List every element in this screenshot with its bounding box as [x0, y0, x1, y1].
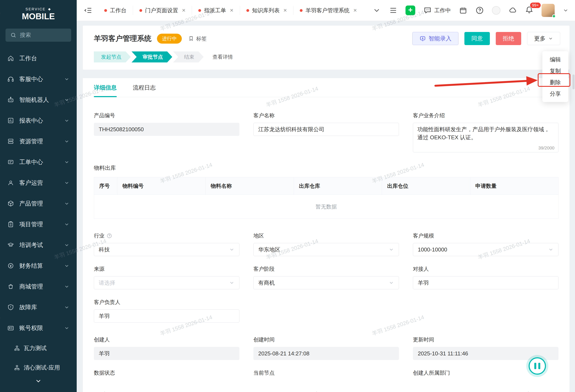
sidebar-item-customer-ops[interactable]: 客户运营	[0, 173, 77, 193]
sidebar-item-test-wali[interactable]: 瓦力测试	[0, 338, 77, 358]
tab-dot	[300, 9, 303, 12]
sidebar-item-training[interactable]: 培训考试	[0, 235, 77, 256]
more-dropdown-menu: 编辑 复制 删除 分享	[542, 51, 568, 102]
menu-item-delete[interactable]: 删除	[542, 77, 568, 88]
sidebar-item-products[interactable]: 产品管理	[0, 193, 77, 214]
sidebar-item-resources[interactable]: 资源管理	[0, 131, 77, 152]
help-icon[interactable]	[476, 6, 484, 15]
search-input[interactable]	[20, 32, 67, 38]
customer-name-input[interactable]	[258, 126, 394, 133]
sidebar-item-projects[interactable]: 项目管理	[0, 214, 77, 235]
sidebar-item-mall[interactable]: 商城管理	[0, 276, 77, 297]
user-avatar[interactable]	[542, 4, 555, 17]
sidebar-search[interactable]	[5, 29, 71, 42]
view-detail-link[interactable]: 查看详情	[213, 54, 233, 60]
more-button[interactable]: 更多	[527, 32, 560, 45]
stage-select[interactable]: 有商机	[253, 276, 399, 289]
sidebar-item-faults[interactable]: 故障库	[0, 297, 77, 318]
sidebar-item-accounts[interactable]: 账号权限	[0, 318, 77, 338]
chevron-down-icon	[64, 242, 70, 248]
contact-input[interactable]	[418, 280, 554, 286]
tab-dot	[198, 9, 201, 12]
cube-icon	[7, 200, 14, 207]
tag-button[interactable]: 标签	[188, 35, 207, 42]
add-button[interactable]: +	[406, 5, 415, 15]
workflow-steps: 发起节点 审批节点 结束 查看详情	[94, 51, 560, 63]
org-tree-icon	[14, 365, 20, 371]
main-area: 工作台 门户页面设置 × 指派工单 × 知识库列表	[77, 0, 575, 392]
collapse-sidebar-icon[interactable]	[84, 6, 92, 15]
tab-portal-settings[interactable]: 门户页面设置 ×	[133, 0, 192, 21]
step-start: 发起节点	[94, 51, 131, 63]
char-counter: 39/2000	[538, 145, 554, 151]
notifications[interactable]: 99+	[525, 5, 533, 16]
shield-icon	[7, 304, 14, 311]
sidebar-nav: 工作台 客服中心 智能机器人 报表中心 资源管理	[0, 48, 77, 392]
database-icon	[7, 138, 14, 145]
calendar-icon[interactable]	[459, 6, 467, 15]
tab-label: 羊羽客户管理系统	[306, 7, 350, 14]
region-select[interactable]: 华东地区	[253, 243, 399, 256]
work-status[interactable]: 工作中	[423, 6, 451, 15]
chevron-down-icon	[64, 201, 70, 206]
chevron-down-icon	[64, 139, 70, 144]
tab-dot	[139, 9, 142, 12]
field-source: 来源 请选择	[94, 265, 240, 289]
pause-button[interactable]	[526, 355, 548, 377]
sidebar-item-label: 故障库	[19, 303, 37, 311]
menu-item-edit[interactable]: 编辑	[542, 54, 568, 65]
profile-caret-icon[interactable]	[563, 7, 569, 13]
smart-entry-button[interactable]: 智能录入	[412, 32, 458, 45]
chevron-down-icon	[64, 76, 70, 82]
business-intro-textarea[interactable]: 功能性面料研发生产，产品用于户外服装及医疗领域，通过 OEKO-TEX 认证。	[417, 126, 554, 145]
close-icon[interactable]: ×	[182, 7, 185, 14]
tab-customer-system[interactable]: 羊羽客户管理系统 ×	[293, 0, 363, 21]
sidebar-item-label: 项目管理	[19, 220, 43, 228]
headset-icon	[7, 76, 14, 83]
customer-name-input-box[interactable]	[253, 123, 399, 136]
sidebar-item-robot[interactable]: 智能机器人	[0, 89, 77, 110]
field-create-time: 创建时间 2025-08-21 14:27:08	[253, 336, 399, 360]
sidebar-item-label: 资源管理	[19, 137, 43, 145]
help-icon[interactable]	[107, 233, 112, 239]
industry-select[interactable]: 科技	[94, 243, 240, 256]
sidebar-item-workbench[interactable]: 工作台	[0, 48, 77, 69]
owner-input[interactable]	[99, 313, 235, 319]
sidebar-item-reports[interactable]: 报表中心	[0, 110, 77, 131]
logo-mobile-text: MOBILE	[0, 12, 77, 21]
material-section-title: 物料出库	[94, 164, 558, 172]
material-table: 序号 物料编号 物料名称 出库仓库 出库仓位 申请数量 暂无数据	[94, 177, 558, 219]
sidebar-item-test-qingxin[interactable]: 清心测试-应用	[0, 358, 77, 377]
sidebar-item-label: 产品管理	[19, 200, 43, 208]
scrollbar-thumb[interactable]	[573, 74, 575, 89]
tab-process-log[interactable]: 流程日志	[133, 78, 156, 97]
sidebar-collapse[interactable]	[0, 377, 77, 391]
approve-button[interactable]: 同意	[464, 32, 490, 45]
theme-icon[interactable]	[492, 6, 501, 15]
close-icon[interactable]: ×	[353, 7, 357, 14]
sidebar-item-finance[interactable]: 财务结算	[0, 256, 77, 276]
tab-knowledge-list[interactable]: 知识库列表 ×	[240, 0, 293, 21]
smart-entry-icon	[419, 35, 426, 42]
menu-item-copy[interactable]: 复制	[542, 65, 568, 77]
tabs-overflow-chevron-icon[interactable]	[372, 6, 381, 15]
reject-button[interactable]: 拒绝	[496, 32, 521, 45]
menu-item-share[interactable]: 分享	[542, 88, 568, 99]
close-icon[interactable]: ×	[284, 7, 287, 14]
approval-header-card: 羊羽客户管理系统 进行中 标签 智能录入 同意	[83, 26, 570, 70]
page-title: 羊羽客户管理系统	[94, 34, 151, 44]
owner-input-box[interactable]	[94, 309, 240, 323]
sidebar-item-label: 瓦力测试	[24, 344, 47, 352]
tab-assign-ticket[interactable]: 指派工单 ×	[192, 0, 240, 21]
sidebar-item-service-center[interactable]: 客服中心	[0, 69, 77, 89]
scale-select[interactable]: 1000-10000	[413, 243, 558, 256]
menu-icon[interactable]	[389, 6, 397, 15]
tab-detail-info[interactable]: 详细信息	[94, 78, 117, 97]
cloud-download-icon[interactable]	[508, 6, 517, 15]
id-card-icon	[7, 325, 14, 331]
source-select[interactable]: 请选择	[94, 276, 240, 289]
close-icon[interactable]: ×	[230, 7, 233, 14]
sidebar-item-tickets[interactable]: 工单中心	[0, 152, 77, 173]
contact-input-box[interactable]	[413, 276, 558, 289]
tab-workbench[interactable]: 工作台	[98, 0, 133, 21]
